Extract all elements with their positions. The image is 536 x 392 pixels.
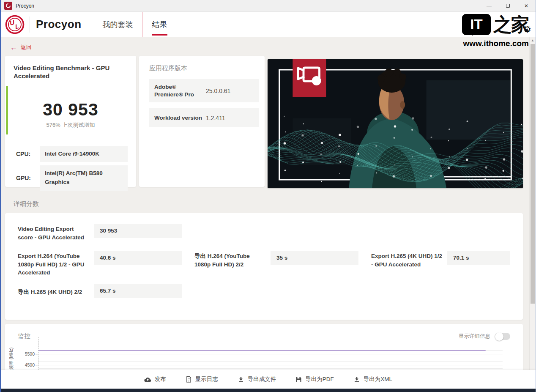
workload-name: Workload version — [154, 114, 204, 122]
monitoring-card: 监控 显示详细信息 时钟频率 (MHz) 2500350045005500 — [5, 324, 523, 370]
benchmark-score: 30 953 — [14, 100, 128, 120]
svg-text:U: U — [9, 18, 15, 26]
cpu-row: CPU: Intel Core i9-14900K — [16, 146, 128, 162]
scroll-up-icon[interactable]: ▲ — [530, 38, 536, 42]
cloud-upload-icon — [144, 376, 151, 383]
detail-value: 40.6 s — [94, 251, 182, 265]
back-button[interactable]: ← 返回 — [10, 44, 40, 51]
details-section-title: 详细分数 — [14, 200, 529, 208]
y-tick-label: 5500 — [20, 351, 35, 356]
detail-value: 65.7 s — [94, 284, 182, 298]
chart-y-axis-label: 时钟频率 (MHz) — [8, 348, 14, 370]
benchmark-title: Video Editing Benchmark - GPU Accelerate… — [14, 64, 128, 80]
detail-value: 30 953 — [94, 224, 182, 238]
cpu-value: Intel Core i9-14900K — [40, 146, 128, 162]
export-pdf-label: 导出为PDF — [305, 376, 334, 383]
tab-results[interactable]: 结果 — [143, 12, 177, 37]
score-accent-bar — [6, 86, 8, 134]
detail-item: Export H.264 (YouTube 1080p Full HD) 1/2… — [18, 251, 194, 284]
publish-label: 发布 — [155, 376, 166, 383]
download-icon — [238, 376, 244, 383]
detail-item: 导出 H.264 (YouTube 1080p Full HD) 2/2 35 … — [194, 251, 371, 284]
export-file-button[interactable]: 导出成文件 — [238, 376, 276, 383]
gpu-row: GPU: Intel(R) Arc(TM) B580 Graphics — [16, 165, 128, 191]
video-camera-badge-icon — [293, 59, 326, 97]
app-version: 25.0.0.61 — [206, 88, 230, 94]
detail-value: 70.1 s — [447, 251, 510, 265]
detailed-scores-card: Video Editing Export score - GPU Acceler… — [5, 213, 523, 320]
gpu-value: Intel(R) Arc(TM) B580 Graphics — [40, 165, 128, 191]
app-header: U L Procyon 我的套装 结果 — [1, 12, 536, 37]
show-details-label: 显示详细信息 — [459, 333, 490, 340]
app-version-card: 应用程序版本 Adobe® Premiere® Pro 25.0.0.61 Wo… — [139, 56, 265, 187]
back-arrow-icon: ← — [10, 44, 17, 51]
cpu-label: CPU: — [16, 151, 40, 157]
svg-text:L: L — [14, 22, 20, 30]
detail-label: Video Editing Export score - GPU Acceler… — [18, 224, 90, 241]
frequency-chart: 时钟频率 (MHz) 2500350045005500 — [38, 343, 503, 370]
score-card: Video Editing Benchmark - GPU Accelerate… — [5, 56, 136, 187]
export-xml-button[interactable]: 导出为XML — [353, 376, 392, 383]
export-file-label: 导出成文件 — [248, 376, 276, 383]
footer-toolbar: 发布 显示日志 导出成文件 导出为PDF — [1, 370, 536, 389]
detail-label: Export H.264 (YouTube 1080p Full HD) 1/2… — [18, 251, 90, 277]
tab-my-suites[interactable]: 我的套装 — [93, 12, 142, 37]
vertical-scrollbar[interactable]: ▲ — [529, 37, 536, 370]
toggle-knob — [495, 332, 503, 341]
app-window: Procyon — ✕ U L Procyon 我的套装 结果 IT 之家 ⚙ … — [0, 0, 536, 392]
show-details-toggle[interactable] — [495, 333, 510, 340]
save-icon — [295, 376, 302, 383]
workload-version: 1.2.411 — [206, 115, 225, 121]
back-label: 返回 — [21, 44, 32, 51]
export-xml-label: 导出为XML — [364, 376, 392, 383]
show-log-button[interactable]: 显示日志 — [186, 376, 218, 383]
content-area: ← 返回 Video Editing Benchmark - GPU Accel… — [1, 37, 529, 370]
detail-item: Export H.265 (4K UHD) 1/2 - GPU Accelera… — [371, 251, 523, 284]
brand-divider — [30, 16, 30, 33]
app-name: Adobe® Premiere® Pro — [154, 83, 204, 98]
main-tabs: 我的套装 结果 — [93, 12, 177, 37]
gpu-label: GPU: — [16, 175, 40, 181]
close-button[interactable]: ✕ — [517, 0, 536, 11]
benchmark-hero-image — [268, 59, 523, 188]
minimize-button[interactable]: — — [480, 0, 498, 11]
score-delta: 576% 上次测试增加 — [14, 121, 128, 129]
maximize-icon — [506, 4, 510, 8]
log-file-icon — [186, 376, 192, 383]
detail-item: 导出 H.265 (4K UHD) 2/2 65.7 s — [18, 284, 194, 311]
version-row: Workload version 1.2.411 — [149, 108, 259, 127]
scrollbar-thumb[interactable] — [531, 44, 535, 304]
title-bar: Procyon — ✕ — [1, 0, 536, 12]
version-card-title: 应用程序版本 — [149, 64, 259, 72]
download-icon — [353, 376, 360, 383]
detail-value: 35 s — [271, 251, 358, 265]
y-tick-label: 4500 — [20, 362, 35, 367]
version-row: Adobe® Premiere® Pro 25.0.0.61 — [149, 79, 259, 102]
hero-illustration — [268, 59, 523, 188]
window-bottom-edge — [1, 389, 536, 392]
show-log-label: 显示日志 — [195, 376, 218, 383]
publish-button[interactable]: 发布 — [144, 376, 166, 383]
detail-label: 导出 H.265 (4K UHD) 2/2 — [18, 284, 90, 296]
frequency-line — [38, 350, 486, 351]
maximize-button[interactable] — [498, 0, 517, 11]
export-pdf-button[interactable]: 导出为PDF — [295, 376, 334, 383]
ul-logo-icon: U L — [5, 15, 25, 34]
detail-label: 导出 H.264 (YouTube 1080p Full HD) 2/2 — [194, 251, 267, 269]
brand-name: Procyon — [36, 18, 82, 31]
detail-label: Export H.265 (4K UHD) 1/2 - GPU Accelera… — [371, 251, 444, 269]
window-title: Procyon — [16, 3, 34, 9]
detail-item: Video Editing Export score - GPU Acceler… — [18, 224, 194, 251]
app-logo-icon — [4, 2, 12, 10]
monitor-title: 监控 — [18, 332, 30, 340]
